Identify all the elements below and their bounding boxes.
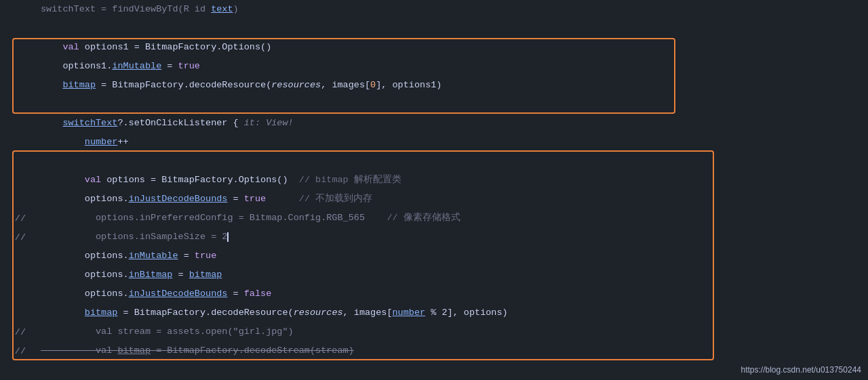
code-line: [0, 95, 868, 114]
code-line: // val stream = assets.open("girl.jpg"): [0, 322, 868, 341]
line-content: options.inJustDecodeBounds = false: [34, 284, 868, 303]
code-line: [0, 152, 868, 171]
line-content: bitmap = BitmapFactory.decodeResource(re…: [34, 303, 868, 322]
code-line: val options = BitmapFactory.Options() //…: [0, 171, 868, 190]
code-line: options.inJustDecodeBounds = true // 不加载…: [0, 190, 868, 209]
line-content: options.inSampleSize = 2: [34, 228, 868, 247]
code-line: [0, 19, 868, 38]
line-content: val options1 = BitmapFactory.Options(): [34, 38, 868, 57]
code-line: bitmap = BitmapFactory.decodeResource(re…: [0, 76, 868, 95]
code-line: options.inBitmap = bitmap: [0, 266, 868, 284]
line-content: val options = BitmapFactory.Options() //…: [34, 171, 868, 190]
line-content: switchText?.setOnClickListener { it: Vie…: [34, 114, 868, 133]
line-content: options.inBitmap = bitmap: [34, 266, 868, 284]
code-line: switchText = findViewByTd(R id text): [0, 0, 868, 19]
code-area: switchText = findViewByTd(R id text) val…: [0, 0, 868, 380]
line-content: number++: [34, 133, 868, 152]
code-line: switchText?.setOnClickListener { it: Vie…: [0, 114, 868, 133]
line-gutter: //: [0, 346, 34, 356]
line-gutter: //: [0, 232, 34, 242]
line-content: val bitmap = BitmapFactory.decodeStream(…: [34, 341, 868, 360]
code-line: val options1 = BitmapFactory.Options(): [0, 38, 868, 57]
line-gutter: //: [0, 327, 34, 337]
code-line: bitmap = BitmapFactory.decodeResource(re…: [0, 303, 868, 322]
line-content: options.inMutable = true: [34, 247, 868, 266]
line-content: val stream = assets.open("girl.jpg"): [34, 322, 868, 341]
code-line: [0, 360, 868, 379]
line-gutter: //: [0, 213, 34, 224]
line-content: options.inJustDecodeBounds = true // 不加载…: [34, 190, 868, 209]
line-content: options1.inMutable = true: [34, 57, 868, 76]
watermark: https://blog.csdn.net/u013750244: [741, 365, 861, 375]
code-line: // options.inSampleSize = 2: [0, 228, 868, 247]
code-line: options.inJustDecodeBounds = false: [0, 284, 868, 303]
code-line: // val bitmap = BitmapFactory.decodeStre…: [0, 341, 868, 360]
code-line: options1.inMutable = true: [0, 57, 868, 76]
code-line: // options.inPreferredConfig = Bitmap.Co…: [0, 209, 868, 228]
line-content: options.inPreferredConfig = Bitmap.Confi…: [34, 209, 868, 228]
code-line: number++: [0, 133, 868, 152]
line-content: bitmap = BitmapFactory.decodeResource(re…: [34, 76, 868, 95]
code-line: options.inMutable = true: [0, 247, 868, 266]
line-content: switchText = findViewByTd(R id text): [34, 0, 868, 19]
